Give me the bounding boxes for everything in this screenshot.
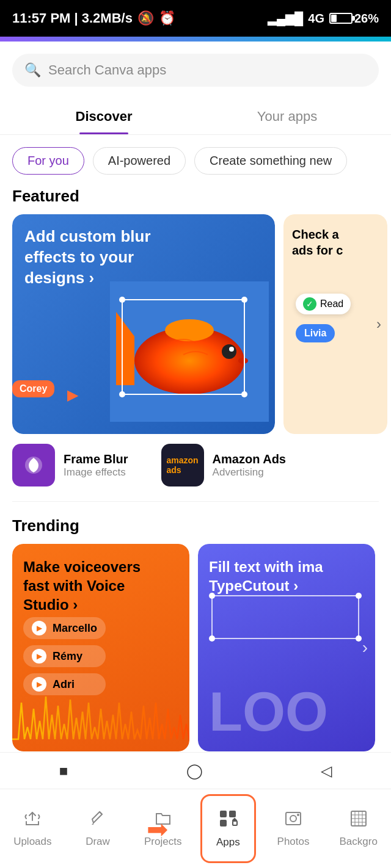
trending-scroll: Make voiceovers fast with Voice Studio ›… xyxy=(0,544,391,751)
frame-blur-card-title: Add custom blur effects to your designs … xyxy=(24,226,183,288)
status-bar: 11:57 PM | 3.2MB/s 🔕 ⏰ ▂▄▆█ 4G 26% xyxy=(0,0,391,37)
selection-svg xyxy=(209,593,362,642)
amazon-ads-category: Advertising xyxy=(213,466,286,479)
frame-blur-card[interactable]: Add custom blur effects to your designs … xyxy=(12,214,275,434)
main-content: 🔍 Search Canva apps Discover Your apps F… xyxy=(0,42,391,868)
svg-point-4 xyxy=(222,344,236,359)
frame-blur-icon xyxy=(12,444,55,486)
draw-label: Draw xyxy=(86,836,110,848)
arrow-indicator: ▶ xyxy=(67,386,78,403)
check-bubble: ✓ Read xyxy=(296,294,351,314)
tab-your-apps[interactable]: Your apps xyxy=(196,99,379,134)
time-display: 11:57 PM | 3.2MB/s xyxy=(12,10,133,26)
voice-item-remy: ▶ Rémy xyxy=(23,645,106,667)
amazon-ads-title: Check aads for c xyxy=(292,226,343,258)
featured-title: Featured xyxy=(0,187,391,214)
voice-items: ▶ Marcello ▶ Rémy ▶ Adri xyxy=(23,617,106,695)
svg-point-15 xyxy=(356,593,362,599)
android-home-button[interactable]: ◯ xyxy=(186,762,203,779)
amazon-ads-app-info[interactable]: amazonads Amazon Ads Advertising xyxy=(161,444,286,486)
svg-rect-21 xyxy=(233,821,237,825)
typecutout-title: Fill text with ima TypeCutout › xyxy=(209,557,349,595)
chips-container: For you AI-powered Create something new xyxy=(0,135,391,187)
nav-backgrounds[interactable]: Backgro xyxy=(326,789,391,868)
bottom-nav: Uploads Draw Projects ➡ xyxy=(0,789,391,868)
frame-blur-name: Frame Blur xyxy=(64,452,128,466)
frame-blur-category: Image effects xyxy=(64,466,128,479)
loo-preview: LOO xyxy=(209,684,328,739)
svg-point-10 xyxy=(119,391,125,397)
chip-create-something-new[interactable]: Create something new xyxy=(194,147,347,175)
svg-point-5 xyxy=(229,347,234,352)
search-bar[interactable]: 🔍 Search Canva apps xyxy=(12,54,379,87)
svg-point-9 xyxy=(241,297,247,303)
chevron-right-icon: › xyxy=(376,316,381,333)
play-icon: ▶ xyxy=(32,677,46,692)
nav-draw[interactable]: Draw xyxy=(65,789,131,868)
chip-for-you[interactable]: For you xyxy=(12,147,84,175)
app-info-row: Frame Blur Image effects amazonads Amazo… xyxy=(0,434,391,501)
frame-blur-meta: Frame Blur Image effects xyxy=(64,452,128,479)
android-square-button[interactable]: ■ xyxy=(59,762,68,779)
voice-studio-title: Make voiceovers fast with Voice Studio › xyxy=(23,557,158,615)
svg-point-14 xyxy=(209,593,215,599)
svg-rect-19 xyxy=(229,811,236,817)
battery-indicator: 26% xyxy=(329,12,379,26)
svg-point-3 xyxy=(165,319,214,341)
tabs-container: Discover Your apps xyxy=(0,99,391,135)
trending-section: Trending Make voiceovers fast with Voice… xyxy=(0,502,391,751)
check-icon: ✓ xyxy=(303,297,316,311)
svg-point-24 xyxy=(297,814,299,816)
read-label: Read xyxy=(320,298,343,309)
typecutout-card[interactable]: Fill text with ima TypeCutout › LOO › xyxy=(198,544,375,751)
svg-rect-20 xyxy=(220,820,227,826)
backgrounds-label: Backgro xyxy=(340,836,378,848)
svg-point-23 xyxy=(290,816,296,822)
photos-label: Photos xyxy=(277,836,310,848)
chevron-right-trending: › xyxy=(362,638,368,657)
trending-title: Trending xyxy=(0,516,391,544)
fish-illustration xyxy=(110,281,269,422)
frame-blur-app-info[interactable]: Frame Blur Image effects xyxy=(12,444,128,486)
amazon-ads-icon: amazonads xyxy=(161,444,204,486)
svg-point-6 xyxy=(238,358,248,364)
svg-point-17 xyxy=(356,635,362,642)
apps-icon xyxy=(218,809,238,833)
svg-point-11 xyxy=(241,391,247,397)
search-input[interactable]: Search Canva apps xyxy=(48,62,367,78)
svg-point-8 xyxy=(119,297,125,303)
search-icon: 🔍 xyxy=(24,62,41,78)
draw-icon xyxy=(89,809,107,832)
voice-item-marcello: ▶ Marcello xyxy=(23,617,106,639)
chip-ai-powered[interactable]: AI-powered xyxy=(93,147,186,175)
corey-label: Corey xyxy=(12,380,54,397)
svg-point-16 xyxy=(209,635,215,642)
mute-icon: 🔕 xyxy=(137,10,154,26)
battery-percent: 26% xyxy=(354,12,379,26)
amazon-ads-meta: Amazon Ads Advertising xyxy=(213,452,286,479)
apps-arrow: ➡ xyxy=(147,814,168,844)
nav-uploads[interactable]: Uploads xyxy=(0,789,65,868)
amazon-ads-card[interactable]: Check aads for c ✓ Read Livia › xyxy=(283,214,387,434)
photos-icon xyxy=(284,809,302,832)
uploads-icon xyxy=(23,809,42,832)
status-left: 11:57 PM | 3.2MB/s 🔕 ⏰ xyxy=(12,10,175,26)
android-back-button[interactable]: ◁ xyxy=(321,762,332,779)
search-container: 🔍 Search Canva apps xyxy=(0,42,391,93)
backgrounds-icon xyxy=(349,809,368,832)
tab-discover[interactable]: Discover xyxy=(12,99,196,134)
waveform-svg xyxy=(12,690,189,751)
top-gradient-bar xyxy=(0,37,391,42)
svg-rect-13 xyxy=(212,596,359,638)
signal-icon: ▂▄▆█ xyxy=(268,11,303,26)
svg-rect-18 xyxy=(220,811,227,817)
featured-scroll: Add custom blur effects to your designs … xyxy=(0,214,391,434)
uploads-label: Uploads xyxy=(13,836,51,848)
nav-apps[interactable]: ➡ Apps xyxy=(196,789,261,868)
play-icon: ▶ xyxy=(32,621,46,635)
voice-studio-card[interactable]: Make voiceovers fast with Voice Studio ›… xyxy=(12,544,189,751)
apps-label: Apps xyxy=(216,836,240,848)
network-type: 4G xyxy=(308,12,324,26)
amazon-ads-name: Amazon Ads xyxy=(213,452,286,466)
nav-photos[interactable]: Photos xyxy=(261,789,326,868)
